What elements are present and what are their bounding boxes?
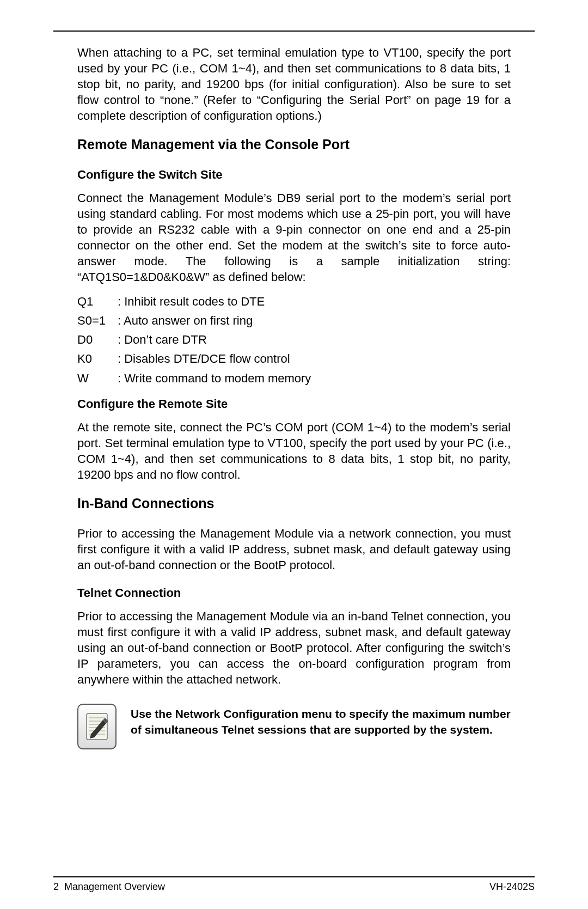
- footer-page-num: 2: [53, 881, 59, 892]
- svg-rect-0: [87, 713, 107, 740]
- note-block: Use the Network Configuration menu to sp…: [77, 704, 511, 749]
- def-row: S0=1 : Auto answer on first ring: [77, 313, 511, 328]
- footer-section: Management Overview: [64, 881, 165, 892]
- page-content: When attaching to a PC, set terminal emu…: [53, 32, 535, 749]
- para-configure-switch-site: Connect the Management Module’s DB9 seri…: [77, 190, 511, 285]
- def-val: : Inhibit result codes to DTE: [118, 294, 511, 309]
- footer-left: 2 Management Overview: [53, 881, 165, 893]
- def-val: : Write command to modem memory: [118, 370, 511, 386]
- def-key: K0: [77, 351, 118, 367]
- para-configure-remote-site: At the remote site, connect the PC’s COM…: [77, 419, 511, 483]
- def-row: Q1 : Inhibit result codes to DTE: [77, 294, 511, 309]
- subheading-telnet-connection: Telnet Connection: [77, 585, 511, 601]
- def-val: : Auto answer on first ring: [118, 313, 511, 328]
- footer-right: VH-2402S: [489, 881, 535, 893]
- def-row: D0 : Don’t care DTR: [77, 332, 511, 347]
- def-key: Q1: [77, 294, 118, 309]
- page-footer: 2 Management Overview VH-2402S: [53, 881, 535, 893]
- intro-paragraph: When attaching to a PC, set terminal emu…: [77, 45, 511, 124]
- bottom-rule: [53, 876, 535, 877]
- def-row: W : Write command to modem memory: [77, 370, 511, 386]
- heading-remote-management: Remote Management via the Console Port: [77, 136, 511, 154]
- heading-inband-connections: In-Band Connections: [77, 495, 511, 513]
- def-val: : Don’t care DTR: [118, 332, 511, 347]
- subheading-configure-remote-site: Configure the Remote Site: [77, 396, 511, 412]
- note-text: Use the Network Configuration menu to sp…: [131, 704, 511, 738]
- subheading-configure-switch-site: Configure the Switch Site: [77, 167, 511, 182]
- def-key: S0=1: [77, 313, 118, 328]
- note-icon: [77, 704, 117, 749]
- para-inband: Prior to accessing the Management Module…: [77, 526, 511, 573]
- para-telnet: Prior to accessing the Management Module…: [77, 608, 511, 687]
- def-key: D0: [77, 332, 118, 347]
- def-key: W: [77, 370, 118, 386]
- def-row: K0 : Disables DTE/DCE flow control: [77, 351, 511, 367]
- definition-list: Q1 : Inhibit result codes to DTE S0=1 : …: [77, 294, 511, 386]
- def-val: : Disables DTE/DCE flow control: [118, 351, 511, 367]
